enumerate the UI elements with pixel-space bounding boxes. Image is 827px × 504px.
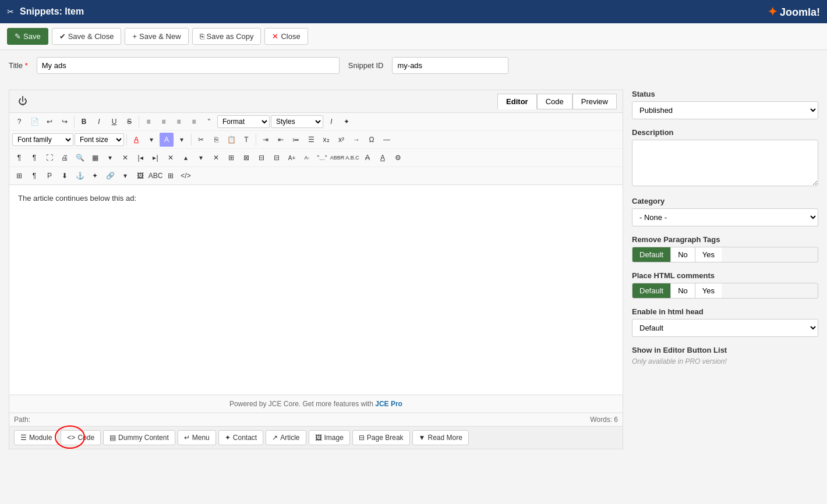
table-props-icon[interactable]: ⊟ [255,151,268,165]
outdent-icon[interactable]: ⇤ [274,133,288,147]
bg-color-icon[interactable]: A [160,133,174,147]
description-textarea[interactable] [632,140,818,186]
remove-para-no[interactable]: No [671,247,695,262]
table-dropdown[interactable]: ▾ [103,151,117,165]
col-before-icon[interactable]: |◂ [133,151,147,165]
bg-color-dropdown[interactable]: ▾ [175,133,189,147]
abc-icon[interactable]: A.B.C [345,151,359,165]
paste-icon[interactable]: 📋 [224,133,238,147]
font-size-select[interactable]: Font size [75,133,124,146]
underline-icon[interactable]: U [107,115,121,129]
col-after-icon[interactable]: ▸| [149,151,162,165]
readmore-button[interactable]: ▼ Read More [412,430,469,445]
undo-icon[interactable]: ↩ [43,115,56,129]
strikeA-icon[interactable]: A [361,151,374,165]
menu-button[interactable]: ↵ Menu [178,430,216,445]
newdoc-icon[interactable]: 📄 [27,115,41,129]
align-right-icon[interactable]: ≡ [172,115,186,129]
paste-text-icon[interactable]: T [239,133,253,147]
fullscreen-icon[interactable]: ⛶ [43,151,56,165]
del-table-icon[interactable]: ✕ [118,151,132,165]
align-left-icon[interactable]: ≡ [142,115,155,129]
abbr-icon[interactable]: ABBR [330,151,344,165]
merge-icon[interactable]: ⊞ [224,151,238,165]
superscript-icon[interactable]: x² [334,133,348,147]
tab-code[interactable]: Code [537,94,572,109]
para-icon[interactable]: ¶ [12,151,26,165]
tab-editor[interactable]: Editor [497,94,537,109]
place-html-yes[interactable]: Yes [695,283,722,298]
article-button[interactable]: ↗ Article [266,430,306,445]
code-button[interactable]: <> Code [61,430,101,445]
editor-content[interactable]: The article continues below this ad: [9,185,623,395]
p-icon[interactable]: P [43,169,56,183]
save-new-button[interactable]: + Save & New [125,28,188,45]
ltr-icon[interactable]: → [349,133,363,147]
snippet-id-input[interactable] [392,57,508,74]
power-button[interactable]: ⏻ [15,93,30,109]
list-ordered-icon[interactable]: ≔ [289,133,303,147]
link-icon[interactable]: 🔗 [103,169,117,183]
source-icon[interactable]: ⊞ [164,169,178,183]
copy-icon[interactable]: ⎘ [209,133,223,147]
subscript-icon[interactable]: x₂ [319,133,333,147]
bold-icon[interactable]: B [77,115,91,129]
bigger-font-icon[interactable]: A+ [285,151,299,165]
format-select[interactable]: Format [217,115,270,128]
styles-select[interactable]: Styles [271,115,323,128]
font-color-icon[interactable]: A [129,133,143,147]
redo-icon[interactable]: ↪ [58,115,72,129]
spellcheck-icon[interactable]: ABC [149,169,162,183]
save-copy-button[interactable]: ⎘ Save as Copy [192,28,261,45]
place-html-no[interactable]: No [671,283,695,298]
hr-icon[interactable]: — [380,133,394,147]
tab-preview[interactable]: Preview [572,94,617,109]
image-icon[interactable]: 🖼 [133,169,147,183]
underlineA-icon[interactable]: A [376,151,390,165]
download-icon[interactable]: ⬇ [58,169,72,183]
remove-para-default[interactable]: Default [632,247,671,262]
zoom-icon[interactable]: 🔍 [73,151,87,165]
snippet-icon[interactable]: ✦ [88,169,102,183]
module-button[interactable]: ☰ Module [14,430,58,445]
list-unordered-icon[interactable]: ☰ [304,133,318,147]
cut-icon[interactable]: ✂ [194,133,208,147]
cell-props-icon[interactable]: ⊟ [270,151,284,165]
strikethrough-icon[interactable]: S [122,115,136,129]
italic2-icon[interactable]: I [324,115,338,129]
help-icon[interactable]: ? [12,115,26,129]
blockquote-icon[interactable]: " [202,115,216,129]
grid-icon[interactable]: ⊞ [12,169,26,183]
pagebreak-button[interactable]: ⊟ Page Break [352,430,410,445]
image-button[interactable]: 🖼 Image [309,430,350,445]
place-html-default[interactable]: Default [632,283,671,298]
code2-icon[interactable]: </> [179,169,193,183]
del-row-icon[interactable]: ✕ [209,151,223,165]
row-before-icon[interactable]: ▴ [179,151,193,165]
enable-html-select[interactable]: Default Yes No [632,319,818,337]
status-select[interactable]: Published Unpublished Archived Trashed [632,101,818,119]
smaller-font-icon[interactable]: A- [300,151,314,165]
quote-icon[interactable]: "…" [315,151,329,165]
remove-para-yes[interactable]: Yes [695,247,722,262]
link-dropdown[interactable]: ▾ [118,169,132,183]
font-color-dropdown[interactable]: ▾ [144,133,158,147]
settings-icon[interactable]: ⚙ [391,151,405,165]
eraser-icon[interactable]: ✦ [340,115,354,129]
save-close-button[interactable]: ✔ Save & Close [52,28,122,45]
print-icon[interactable]: 🖨 [58,151,72,165]
align-justify-icon[interactable]: ≡ [187,115,201,129]
align-center-icon[interactable]: ≡ [157,115,171,129]
save-button[interactable]: ✎ Save [7,28,48,45]
special-char-icon[interactable]: Ω [365,133,379,147]
para2-icon[interactable]: ¶ [27,151,41,165]
anchor-icon[interactable]: ⚓ [73,169,87,183]
del-col-icon[interactable]: ✕ [164,151,178,165]
contact-button[interactable]: ✦ Contact [218,430,263,445]
font-family-select[interactable]: Font family [12,133,73,146]
italic-icon[interactable]: I [92,115,106,129]
category-select[interactable]: - None - [632,208,818,226]
indent-icon[interactable]: ⇥ [259,133,273,147]
close-button[interactable]: ✕ Close [264,28,308,45]
row-after-icon[interactable]: ▾ [194,151,208,165]
